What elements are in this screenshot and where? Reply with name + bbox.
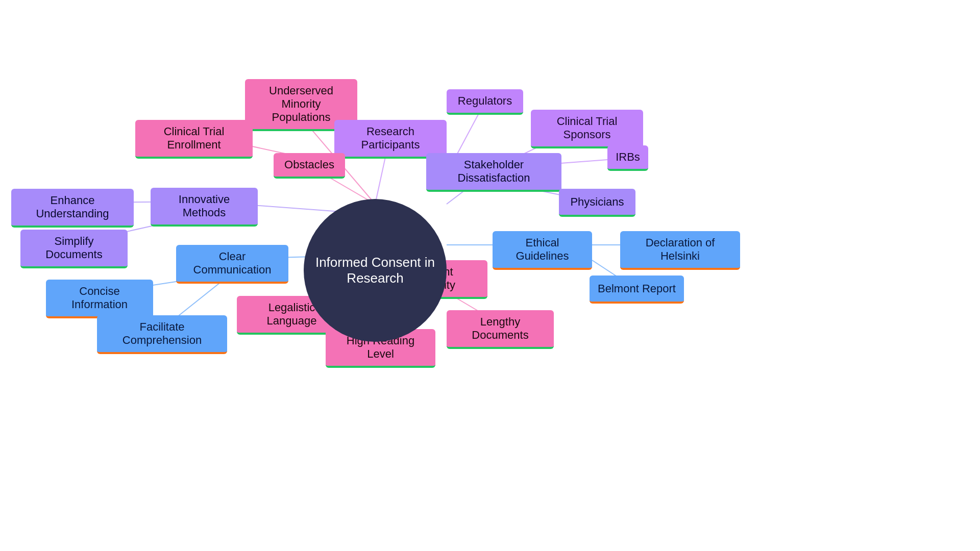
- node-belmont[interactable]: Belmont Report: [590, 276, 684, 304]
- node-ethical-guidelines[interactable]: Ethical Guidelines: [493, 231, 592, 270]
- node-clinical-trial-enrollment[interactable]: Clinical Trial Enrollment: [135, 120, 253, 159]
- node-simplify-documents[interactable]: Simplify Documents: [20, 230, 128, 268]
- node-label-declaration: Declaration of Helsinki: [628, 236, 732, 263]
- node-label-clinical-trial-sponsors: Clinical Trial Sponsors: [539, 115, 635, 141]
- node-enhance-understanding[interactable]: Enhance Understanding: [11, 189, 134, 228]
- node-label-clinical-trial-enrollment: Clinical Trial Enrollment: [143, 125, 244, 152]
- node-label-irbs: IRBs: [616, 151, 640, 164]
- center-label: Informed Consent in Research: [304, 255, 447, 286]
- node-label-ethical-guidelines: Ethical Guidelines: [501, 236, 584, 263]
- node-label-facilitate: Facilitate Comprehension: [105, 320, 219, 347]
- node-concise-info[interactable]: Concise Information: [46, 280, 153, 318]
- node-label-stakeholder: Stakeholder Dissatisfaction: [434, 158, 553, 185]
- node-lengthy-docs[interactable]: Lengthy Documents: [447, 310, 554, 349]
- node-label-regulators: Regulators: [458, 94, 512, 108]
- node-label-obstacles: Obstacles: [284, 158, 334, 171]
- node-label-belmont: Belmont Report: [598, 282, 676, 295]
- node-regulators[interactable]: Regulators: [447, 89, 523, 115]
- node-clear-communication[interactable]: Clear Communication: [176, 245, 288, 284]
- node-label-clear-communication: Clear Communication: [184, 250, 280, 277]
- node-label-underserved: Underserved MinorityPopulations: [253, 84, 349, 124]
- node-facilitate[interactable]: Facilitate Comprehension: [97, 315, 227, 354]
- center-node: Informed Consent in Research: [304, 199, 447, 342]
- node-label-lengthy-docs: Lengthy Documents: [455, 315, 546, 342]
- node-declaration[interactable]: Declaration of Helsinki: [620, 231, 740, 270]
- node-label-research-participants: Research Participants: [342, 125, 438, 152]
- node-clinical-trial-sponsors[interactable]: Clinical Trial Sponsors: [531, 110, 643, 148]
- node-label-concise-info: Concise Information: [54, 285, 145, 311]
- node-label-enhance-understanding: Enhance Understanding: [19, 194, 126, 220]
- node-label-innovative-methods: Innovative Methods: [159, 193, 250, 219]
- node-stakeholder[interactable]: Stakeholder Dissatisfaction: [426, 153, 561, 192]
- node-innovative-methods[interactable]: Innovative Methods: [151, 188, 258, 227]
- node-irbs[interactable]: IRBs: [607, 145, 648, 171]
- node-label-simplify-documents: Simplify Documents: [29, 235, 119, 261]
- node-obstacles[interactable]: Obstacles: [274, 153, 345, 179]
- node-label-physicians: Physicians: [570, 195, 624, 209]
- node-physicians[interactable]: Physicians: [559, 189, 635, 217]
